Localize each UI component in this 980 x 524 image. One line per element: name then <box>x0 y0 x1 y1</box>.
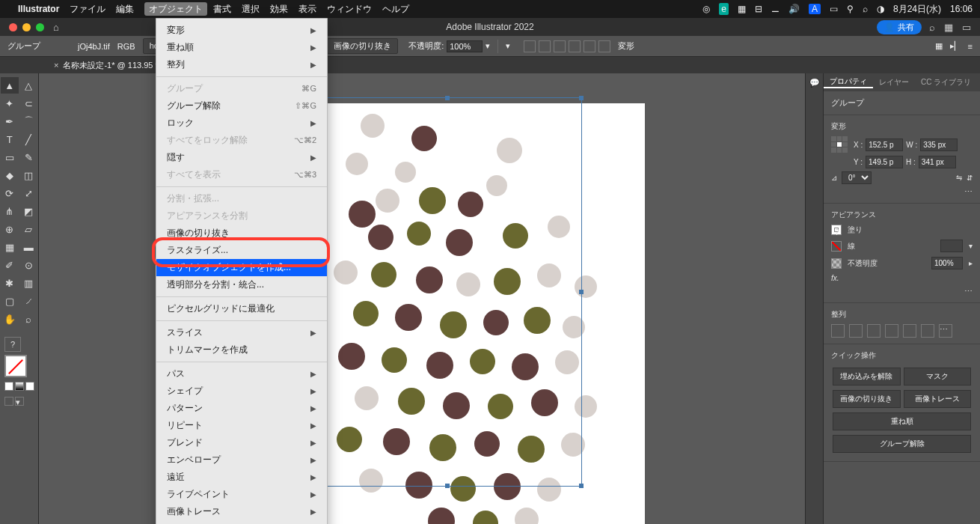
align-left-btn[interactable] <box>831 324 845 338</box>
more-appearance-icon[interactable]: ⋯ <box>964 287 973 296</box>
close-tab-icon[interactable]: × <box>54 61 58 70</box>
stroke-weight-input[interactable] <box>940 240 963 252</box>
opacity-dropdown-icon[interactable]: ▾ <box>486 41 490 51</box>
direct-selection-tool[interactable]: △ <box>20 77 38 94</box>
menu-item-ラスタライズ...[interactable]: ラスタライズ... <box>156 242 327 259</box>
menu-item-変形[interactable]: 変形▶ <box>156 22 327 39</box>
bluetooth-icon[interactable]: ⚊ <box>771 4 780 14</box>
menu-item-パターン[interactable]: パターン▶ <box>156 400 327 417</box>
edit-toolbar-button[interactable]: ? <box>4 337 21 352</box>
w-input[interactable] <box>920 138 958 151</box>
menu-item-パス[interactable]: パス▶ <box>156 365 327 383</box>
menu-item-エンベロープ[interactable]: エンベロープ▶ <box>156 451 327 469</box>
style-dropdown-icon[interactable]: ▾ <box>506 41 510 51</box>
selection-tool[interactable]: ▲ <box>1 77 19 94</box>
close-window-button[interactable] <box>9 23 17 31</box>
app-name[interactable]: Illustrator <box>18 4 59 14</box>
menu-ウィンドウ[interactable]: ウィンドウ <box>327 4 372 14</box>
align-bottom-btn[interactable] <box>921 324 934 338</box>
y-input[interactable] <box>866 156 903 168</box>
mesh-tool[interactable]: ▦ <box>1 239 19 255</box>
menubar-time[interactable]: 16:06 <box>950 4 973 14</box>
magic-wand-tool[interactable]: ✦ <box>1 95 19 112</box>
handle-mr[interactable] <box>579 290 584 294</box>
menu-効果[interactable]: 効果 <box>270 4 288 14</box>
align-more-btn[interactable]: ⋯ <box>939 324 952 338</box>
type-tool[interactable]: T <box>1 131 19 147</box>
menu-item-リピート[interactable]: リピート▶ <box>156 417 327 434</box>
slice-tool[interactable]: ⟋ <box>20 293 38 309</box>
volume-icon[interactable]: 🔊 <box>788 4 800 14</box>
color-mode-solid[interactable] <box>4 382 13 391</box>
handle-br[interactable] <box>579 484 584 488</box>
control-center-icon[interactable]: ⊟ <box>755 4 762 14</box>
scale-tool[interactable]: ⤢ <box>20 185 38 201</box>
menu-item-遠近[interactable]: 遠近▶ <box>156 469 327 486</box>
menu-item-透明部分を分割・統合...[interactable]: 透明部分を分割・統合... <box>156 276 327 293</box>
menu-item-ロック[interactable]: ロック▶ <box>156 115 327 132</box>
free-transform-tool[interactable]: ◩ <box>20 203 38 219</box>
shape-builder-tool[interactable]: ⊕ <box>1 221 19 237</box>
fill-swatch[interactable]: ? <box>831 225 842 235</box>
eyedropper-tool[interactable]: ✐ <box>1 257 19 273</box>
workspace-icon[interactable]: ▭ <box>962 22 971 33</box>
screen-mode-normal[interactable] <box>4 397 13 406</box>
more-icon[interactable]: ≡ <box>968 42 973 51</box>
menu-item-ブレンド[interactable]: ブレンド▶ <box>156 434 327 451</box>
menu-選択[interactable]: 選択 <box>242 4 260 14</box>
menu-item-画像トレース[interactable]: 画像トレース▶ <box>156 503 327 520</box>
line-tool[interactable]: ╱ <box>20 131 38 147</box>
canvas-area[interactable] <box>39 73 805 524</box>
menu-item-重ね順[interactable]: 重ね順▶ <box>156 39 327 56</box>
pen-tool[interactable]: ✒ <box>1 113 19 130</box>
menu-item-整列[interactable]: 整列▶ <box>156 56 327 73</box>
align-hcenter-icon[interactable] <box>539 40 551 52</box>
quick-マスク[interactable]: マスク <box>904 368 972 386</box>
hand-tool[interactable]: ✋ <box>1 311 19 327</box>
search-icon[interactable]: ⌕ <box>863 4 868 14</box>
isolation-icon[interactable]: ▦ <box>935 41 943 51</box>
width-tool[interactable]: ⋔ <box>1 203 19 219</box>
handle-tr[interactable] <box>579 96 584 100</box>
app-icon-2[interactable]: ▦ <box>738 4 746 14</box>
selection-bounding-box[interactable] <box>313 97 582 487</box>
artboard-tool[interactable]: ▢ <box>1 293 19 309</box>
stroke-dropdown-icon[interactable]: ▾ <box>969 242 973 250</box>
battery-icon[interactable]: ▭ <box>830 4 838 14</box>
perspective-tool[interactable]: ▱ <box>20 221 38 237</box>
lasso-tool[interactable]: ⊂ <box>20 95 38 112</box>
wifi-icon[interactable]: ⚲ <box>847 4 854 14</box>
menu-item-ライブペイント[interactable]: ライブペイント▶ <box>156 486 327 503</box>
align-right-btn[interactable] <box>867 324 881 338</box>
menu-item-グループ解除[interactable]: グループ解除⇧⌘G <box>156 97 327 115</box>
color-mode-none[interactable] <box>25 382 34 391</box>
stroke-swatch[interactable] <box>831 241 842 252</box>
zoom-window-button[interactable] <box>36 23 44 31</box>
align-vcenter-icon[interactable] <box>584 40 595 52</box>
fill-stroke-swatch[interactable] <box>4 355 27 377</box>
menu-item-モザイクオブジェクトを作成...[interactable]: モザイクオブジェクトを作成... <box>156 259 327 276</box>
align-top-btn[interactable] <box>885 324 898 338</box>
handle-bc[interactable] <box>445 484 450 488</box>
zoom-tool[interactable]: ⌕ <box>20 311 38 327</box>
shaper-tool[interactable]: ◆ <box>1 167 19 183</box>
menu-書式[interactable]: 書式 <box>213 4 231 14</box>
tab-cc-libraries[interactable]: CC ライブラリ <box>915 77 977 88</box>
menu-ヘルプ[interactable]: ヘルプ <box>382 4 409 14</box>
menu-item-ピクセルグリッドに最適化[interactable]: ピクセルグリッドに最適化 <box>156 300 327 317</box>
paintbrush-tool[interactable]: ✎ <box>20 149 38 165</box>
screen-mode-toggle[interactable]: ▾ <box>15 397 24 406</box>
menu-表示[interactable]: 表示 <box>298 4 316 14</box>
share-button[interactable]: 👤共有 <box>877 20 922 34</box>
gradient-tool[interactable]: ▬ <box>20 239 38 255</box>
x-input[interactable] <box>866 138 903 151</box>
blend-tool[interactable]: ⊙ <box>20 257 38 273</box>
quick-画像の切り抜き[interactable]: 画像の切り抜き <box>833 390 901 408</box>
symbol-sprayer-tool[interactable]: ✱ <box>1 275 19 291</box>
more-options-icon[interactable]: ⋯ <box>964 187 973 196</box>
menu-編集[interactable]: 編集 <box>116 4 134 14</box>
fx-label[interactable]: fx. <box>831 274 839 282</box>
opacity-input[interactable] <box>447 40 483 52</box>
cc-status-icon[interactable]: ◎ <box>702 4 710 14</box>
menu-item-隠す[interactable]: 隠す▶ <box>156 149 327 166</box>
